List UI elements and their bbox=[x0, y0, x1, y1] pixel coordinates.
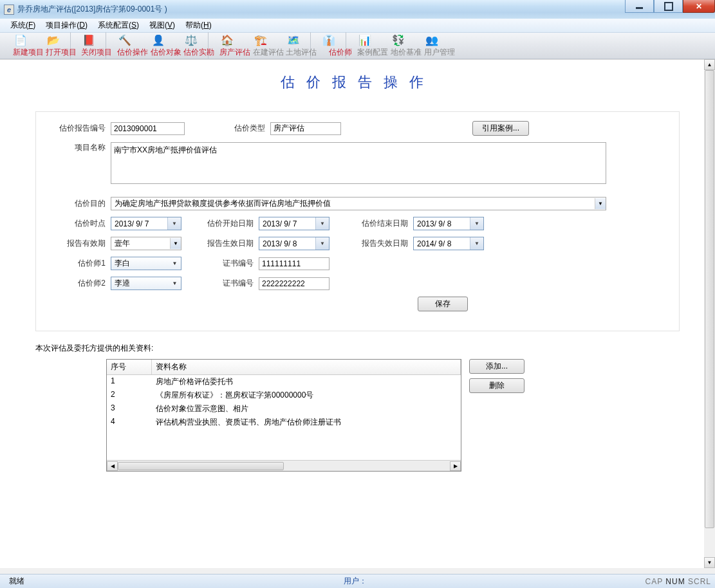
menu-config[interactable]: 系统配置(S) bbox=[93, 19, 144, 32]
cell-no: 4 bbox=[107, 416, 152, 429]
table-row[interactable]: 2《房屋所有权证》：邕房权证字第00000000号 bbox=[107, 389, 461, 402]
expiry-date-picker[interactable]: 2014/ 9/ 8 ▼ bbox=[413, 237, 484, 250]
statusbar: 就绪 用户： CAP NUM SCRL bbox=[0, 574, 715, 588]
form-panel: 估价报告编号 估价类型 引用案例... 项目名称 南宁市XX房地产抵押价值评估 … bbox=[35, 111, 680, 331]
menubar: 系统(F) 项目操作(D) 系统配置(S) 视图(V) 帮助(H) bbox=[0, 19, 715, 33]
calendar-icon: ▼ bbox=[470, 237, 483, 250]
menu-view[interactable]: 视图(V) bbox=[144, 19, 180, 32]
scroll-down-icon[interactable]: ▼ bbox=[704, 557, 715, 568]
materials-label: 本次评估及委托方提供的相关资料: bbox=[35, 343, 680, 354]
maximize-button[interactable] bbox=[654, 0, 683, 13]
toolbar-icon: 👔 bbox=[322, 33, 335, 46]
label-project-name: 项目名称 bbox=[48, 142, 106, 153]
toolbar-icon: 💱 bbox=[392, 33, 405, 46]
cell-no: 2 bbox=[107, 389, 152, 402]
appraisal-date-picker[interactable]: 2013/ 9/ 7 ▼ bbox=[111, 217, 181, 230]
app-icon: e bbox=[4, 5, 14, 15]
scroll-left-icon[interactable]: ◀ bbox=[107, 461, 118, 471]
scroll-right-icon[interactable]: ▶ bbox=[450, 461, 461, 471]
table-row[interactable]: 4评估机构营业执照、资质证书、房地产估价师注册证书 bbox=[107, 416, 461, 429]
effective-date-picker[interactable]: 2013/ 9/ 8 ▼ bbox=[259, 237, 330, 250]
toolbar-用户管理[interactable]: 👥用户管理 bbox=[415, 32, 449, 59]
label-report-no: 估价报告编号 bbox=[48, 123, 106, 134]
toolbar-icon: 🏠 bbox=[221, 33, 234, 46]
label-validity: 报告有效期 bbox=[48, 238, 106, 249]
calendar-icon: ▼ bbox=[167, 217, 181, 230]
toolbar-icon: 📕 bbox=[82, 33, 95, 46]
end-date-picker[interactable]: 2013/ 9/ 8 ▼ bbox=[413, 217, 484, 230]
ref-case-button[interactable]: 引用案例... bbox=[472, 121, 529, 136]
toolbar-icon: 👤 bbox=[152, 33, 165, 46]
toolbar-icon: 🔨 bbox=[118, 33, 131, 46]
label-start-date: 估价开始日期 bbox=[201, 218, 254, 229]
save-button[interactable]: 保存 bbox=[418, 297, 468, 311]
appraiser2-select[interactable]: 李逵 ▼ bbox=[111, 277, 181, 290]
toolbar: 📄新建项目📂打开项目📕关闭项目🔨估价操作👤估价对象⚖️估价实勘🏠房产评估🏗️在建… bbox=[0, 33, 715, 59]
toolbar-icon: 🏗️ bbox=[254, 33, 267, 46]
effective-date-value: 2013/ 9/ 8 bbox=[263, 239, 297, 248]
window-controls bbox=[625, 0, 715, 13]
end-date-value: 2013/ 9/ 8 bbox=[417, 219, 451, 228]
appraiser2-value: 李逵 bbox=[115, 278, 130, 289]
label-cert1: 证书编号 bbox=[201, 258, 254, 269]
materials-grid: 序号 资料名称 1房地产价格评估委托书2《房屋所有权证》：邕房权证字第00000… bbox=[106, 359, 461, 472]
validity-combo[interactable]: 壹年 ▼ bbox=[111, 237, 181, 250]
content-vscroll[interactable]: ▲ ▼ bbox=[704, 59, 715, 568]
status-user: 用户： bbox=[339, 576, 372, 587]
delete-material-button[interactable]: 删除 bbox=[469, 378, 525, 393]
label-appraiser1: 估价师1 bbox=[48, 258, 106, 269]
cert1-input[interactable] bbox=[259, 257, 330, 270]
scroll-up-icon[interactable]: ▲ bbox=[704, 59, 715, 70]
toolbar-icon: 📂 bbox=[47, 33, 60, 46]
grid-hscroll[interactable]: ◀ ▶ bbox=[107, 460, 461, 471]
chevron-down-icon: ▼ bbox=[595, 198, 606, 209]
cert2-input[interactable] bbox=[259, 277, 330, 290]
window-title: 异乔房地产评估([2013]房估字第09-0001号 ) bbox=[17, 4, 167, 15]
expiry-date-value: 2014/ 9/ 8 bbox=[417, 239, 451, 248]
toolbar-icon: 👥 bbox=[425, 33, 438, 46]
calendar-icon: ▼ bbox=[470, 217, 483, 230]
cell-name: 评估机构营业执照、资质证书、房地产估价师注册证书 bbox=[152, 416, 461, 429]
label-appraiser2: 估价师2 bbox=[48, 278, 106, 289]
page-title: 估价报告操作 bbox=[35, 73, 680, 92]
project-name-input[interactable]: 南宁市XX房地产抵押价值评估 bbox=[111, 142, 606, 184]
table-row[interactable]: 1房地产价格评估委托书 bbox=[107, 375, 461, 389]
label-effective-date: 报告生效日期 bbox=[201, 238, 254, 249]
chevron-down-icon: ▼ bbox=[170, 279, 180, 288]
calendar-icon: ▼ bbox=[315, 237, 329, 250]
toolbar-icon: 📄 bbox=[14, 33, 27, 46]
label-expiry-date: 报告失效日期 bbox=[355, 238, 408, 249]
menu-system[interactable]: 系统(F) bbox=[5, 19, 41, 32]
col-name: 资料名称 bbox=[152, 360, 461, 374]
scroll-thumb[interactable] bbox=[118, 462, 284, 470]
toolbar-label: 用户管理 bbox=[404, 47, 455, 58]
vscroll-thumb[interactable] bbox=[705, 70, 714, 528]
close-button[interactable] bbox=[683, 0, 715, 13]
start-date-picker[interactable]: 2013/ 9/ 7 ▼ bbox=[259, 217, 330, 230]
status-ready: 就绪 bbox=[4, 576, 30, 587]
cell-name: 《房屋所有权证》：邕房权证字第00000000号 bbox=[152, 389, 461, 402]
label-cert2: 证书编号 bbox=[201, 278, 254, 289]
menu-project[interactable]: 项目操作(D) bbox=[41, 19, 93, 32]
purpose-value: 为确定房地产抵押贷款额度提供参考依据而评估房地产抵押价值 bbox=[115, 198, 331, 209]
cell-no: 3 bbox=[107, 402, 152, 416]
appraiser1-select[interactable]: 李白 ▼ bbox=[111, 257, 181, 270]
appraiser1-value: 李白 bbox=[115, 258, 130, 269]
label-appraisal-type: 估价类型 bbox=[227, 123, 265, 134]
titlebar: e 异乔房地产评估([2013]房估字第09-0001号 ) bbox=[0, 0, 715, 19]
toolbar-icon: 📊 bbox=[358, 33, 371, 46]
table-row[interactable]: 3估价对象位置示意图、相片 bbox=[107, 402, 461, 416]
appraisal-type-input[interactable] bbox=[270, 122, 341, 135]
appraisal-date-value: 2013/ 9/ 7 bbox=[115, 219, 149, 228]
cell-no: 1 bbox=[107, 375, 152, 389]
minimize-button[interactable] bbox=[625, 0, 654, 13]
col-no: 序号 bbox=[107, 360, 152, 374]
label-purpose: 估价目的 bbox=[48, 198, 106, 209]
start-date-value: 2013/ 9/ 7 bbox=[263, 219, 297, 228]
purpose-combo[interactable]: 为确定房地产抵押贷款额度提供参考依据而评估房地产抵押价值 ▼ bbox=[111, 197, 606, 210]
calendar-icon: ▼ bbox=[315, 217, 329, 230]
cell-name: 估价对象位置示意图、相片 bbox=[152, 402, 461, 416]
report-no-input[interactable] bbox=[111, 122, 185, 135]
add-material-button[interactable]: 添加... bbox=[469, 359, 525, 374]
menu-help[interactable]: 帮助(H) bbox=[180, 19, 217, 32]
